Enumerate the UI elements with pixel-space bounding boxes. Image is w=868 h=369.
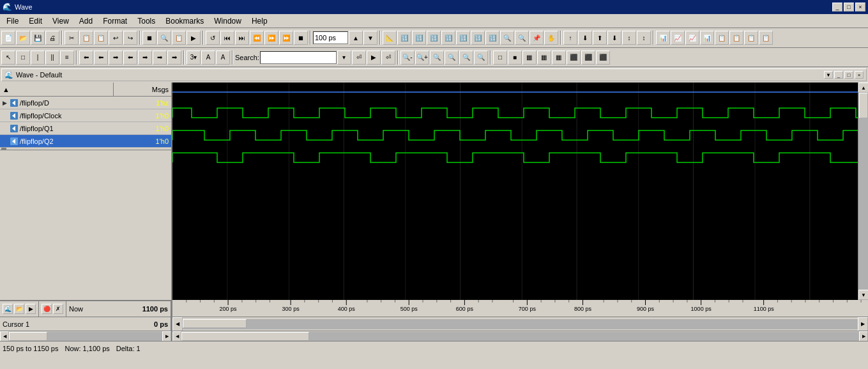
next-edge3-button[interactable]: ➡ [167,51,181,65]
zoom-full-button[interactable]: 🔍 [445,51,459,65]
view-2-button[interactable]: ■ [508,51,522,65]
menu-file[interactable]: File [1,15,24,27]
snap-button[interactable]: 📐 [383,31,397,45]
signal-btn6[interactable]: 📋 [729,31,743,45]
restart-button[interactable]: ↺ [206,31,220,45]
status-icon5[interactable]: ✗ [53,304,63,314]
menu-help[interactable]: Help [247,15,273,27]
select2-tool[interactable]: □ [16,51,30,65]
select-tool[interactable]: ↖ [1,51,15,65]
time-up-button[interactable]: ▲ [349,31,363,45]
expand2-button[interactable]: ↕ [622,31,636,45]
hand-button[interactable]: ✋ [544,31,558,45]
measure3-button[interactable]: 🔢 [427,31,441,45]
zoom-button[interactable]: 🔍 [500,31,514,45]
copy-button[interactable]: 📋 [79,31,93,45]
jump-fwd-button[interactable]: ⏩ [264,31,278,45]
minimize-button[interactable]: _ [832,3,842,12]
prev-edge-button[interactable]: ⬅ [79,51,93,65]
left-scroll-left[interactable]: ◀ [0,331,9,342]
measure4-button[interactable]: 🔢 [441,31,455,45]
scrollbar-thumb[interactable] [859,93,868,118]
save-button[interactable]: 💾 [31,31,45,45]
left-scroll-thumb[interactable] [9,332,47,341]
search-dropdown[interactable]: ▾ [337,51,351,65]
menu-window[interactable]: Window [209,15,247,27]
maximize-button[interactable]: □ [844,3,854,12]
measure5-button[interactable]: 🔢 [456,31,470,45]
zoom-a-btn[interactable]: A [201,51,215,65]
vertical-scrollbar[interactable]: ▲ ▼ [858,82,868,300]
down-button[interactable]: ⬇ [578,31,592,45]
right-scroll-left[interactable]: ◀ [172,331,181,342]
signal-row[interactable]: ▶ /flipflop/Clock 1'h0 [0,109,171,122]
menu-tools[interactable]: Tools [132,15,160,27]
expand-button[interactable]: ⬆ [593,31,607,45]
status-icon1[interactable]: 🌊 [3,304,13,314]
signal-btn1[interactable]: 📊 [656,31,670,45]
h-scrollbar-thumb[interactable] [183,319,247,328]
cursor-button[interactable]: 📌 [529,31,544,45]
prev-rise-button[interactable]: ⬅ [123,51,137,65]
scroll-left-button[interactable]: ◀ [172,317,183,331]
jump-back-button[interactable]: ⏪ [250,31,264,45]
zoom2-button[interactable]: 🔍 [515,31,529,45]
measure7-button[interactable]: 🔢 [485,31,499,45]
time-down-button[interactable]: ▼ [363,31,377,45]
horizontal-scrollbar[interactable]: ◀ ▶ [172,317,868,331]
signal-sort-icon[interactable]: ▲ [3,86,10,93]
search-button[interactable]: 🔍 [157,31,171,45]
search2-button[interactable]: 📋 [172,31,186,45]
step-back-button[interactable]: ⏮ [220,31,234,45]
right-scroll-track[interactable] [181,332,859,341]
zoom-b-btn[interactable]: A [216,51,230,65]
up-button[interactable]: ↑ [563,31,577,45]
next-edge-button[interactable]: ➡ [109,51,123,65]
title-bar-controls[interactable]: _ □ × [832,3,865,12]
signal-row[interactable]: ▶ /flipflop/Q1 1'h0 [0,122,171,135]
scrollbar-track[interactable] [858,93,868,290]
list-tool[interactable]: ≡ [60,51,74,65]
menu-add[interactable]: Add [74,15,98,27]
zoom-fit-button[interactable]: 🔍 [430,51,444,65]
menu-view[interactable]: View [47,15,74,27]
menu-bookmarks[interactable]: Bookmarks [160,15,209,27]
wave-window-controls[interactable]: ▼ _ □ × [824,71,864,79]
zoom-out-button[interactable]: 🔍- [400,51,415,65]
cut-button[interactable]: ✂ [65,31,79,45]
scroll-up-button[interactable]: ▲ [858,82,868,93]
time-input[interactable] [313,31,348,44]
signal-btn3[interactable]: 📈 [685,31,699,45]
search-prev[interactable]: ⏎ [381,51,395,65]
paste-button[interactable]: 📋 [94,31,108,45]
signal-btn7[interactable]: 📋 [744,31,758,45]
menu-format[interactable]: Format [98,15,132,27]
scroll-down-button[interactable]: ▼ [858,290,868,300]
menu-edit[interactable]: Edit [24,15,47,27]
next-rise-button[interactable]: ➡ [138,51,152,65]
right-scroll-right[interactable]: ▶ [859,331,868,342]
search-go[interactable]: ⏎ [352,51,366,65]
expand-icon[interactable]: ▶ [3,100,7,106]
wave-minimize-btn[interactable]: _ [834,71,843,79]
undo-button[interactable]: ↩ [109,31,123,45]
signal-btn8[interactable]: 📋 [759,31,773,45]
reload-button[interactable]: ⏹ [142,31,156,45]
cursor-v-tool[interactable]: | [31,51,45,65]
wave-dropdown-btn[interactable]: ▼ [824,71,833,79]
search-input[interactable] [260,51,337,64]
zoom-sel-button[interactable]: 🔍 [459,51,473,65]
left-h-scrollbar[interactable]: ◀ ▶ [0,331,171,342]
view-3-button[interactable]: ▦ [522,51,537,65]
run-button[interactable]: ▶ [187,31,201,45]
status-icon2[interactable]: 📂 [14,304,24,314]
view-4-button[interactable]: ▦ [537,51,551,65]
view-7-button[interactable]: ⬛ [581,51,595,65]
next-edge2-button[interactable]: ➡ [153,51,167,65]
cursor-v2-tool[interactable]: || [45,51,59,65]
view-8-button[interactable]: ⬛ [596,51,610,65]
signal-row[interactable]: ▶ /flipflop/D 1'hz [0,97,171,109]
wave-close-btn[interactable]: × [855,71,864,79]
signal-btn4[interactable]: 📊 [700,31,714,45]
jump-fwd2-button[interactable]: ⏩ [279,31,293,45]
